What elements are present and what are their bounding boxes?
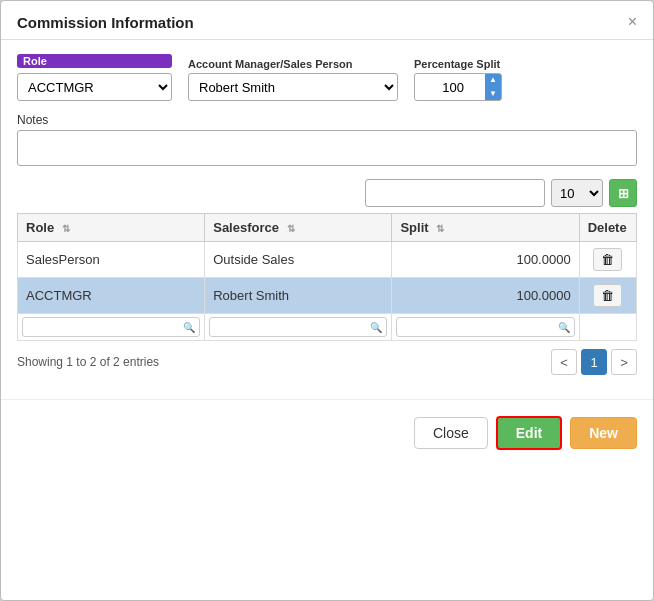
cell-split: 100.0000 xyxy=(392,242,579,278)
page-prev-button[interactable]: < xyxy=(551,349,577,375)
role-select[interactable]: ACCTMGR SalesPerson Other xyxy=(17,73,172,101)
pct-up-button[interactable]: ▲ xyxy=(485,73,501,87)
cell-delete: 🗑 xyxy=(579,242,636,278)
col-header-salesforce[interactable]: Salesforce ⇅ xyxy=(205,214,392,242)
notes-textarea[interactable] xyxy=(17,130,637,166)
col-header-role[interactable]: Role ⇅ xyxy=(18,214,205,242)
new-button[interactable]: New xyxy=(570,417,637,449)
acct-select[interactable]: Robert Smith Outside Sales Other xyxy=(188,73,398,101)
showing-text: Showing 1 to 2 of 2 entries xyxy=(17,355,159,369)
sort-icon-salesforce: ⇅ xyxy=(287,223,295,234)
filter-icon-split: 🔍 xyxy=(558,322,570,333)
table-row[interactable]: SalesPersonOutside Sales100.0000🗑 xyxy=(18,242,637,278)
pct-input-wrap: ▲ ▼ xyxy=(414,73,502,101)
cell-role: ACCTMGR xyxy=(18,278,205,314)
cell-salesforce: Robert Smith xyxy=(205,278,392,314)
sort-icon-split: ⇅ xyxy=(436,223,444,234)
acct-label: Account Manager/Sales Person xyxy=(188,58,398,70)
filter-icon-role: 🔍 xyxy=(183,322,195,333)
cell-delete: 🗑 xyxy=(579,278,636,314)
role-badge: Role xyxy=(17,54,172,68)
table-controls: 10 25 50 100 ⊞ xyxy=(17,179,637,207)
cell-role: SalesPerson xyxy=(18,242,205,278)
filter-icon-salesforce: 🔍 xyxy=(370,322,382,333)
filter-cell-salesforce: 🔍 xyxy=(205,314,392,341)
cell-split: 100.0000 xyxy=(392,278,579,314)
pagination: < 1 > xyxy=(551,349,637,375)
notes-label: Notes xyxy=(17,113,637,127)
pct-input[interactable] xyxy=(415,76,485,99)
table-filter-row: 🔍 🔍 🔍 xyxy=(18,314,637,341)
table-header-row: Role ⇅ Salesforce ⇅ Split ⇅ Delete xyxy=(18,214,637,242)
col-header-split[interactable]: Split ⇅ xyxy=(392,214,579,242)
table-row[interactable]: ACCTMGRRobert Smith100.0000🗑 xyxy=(18,278,637,314)
page-next-button[interactable]: > xyxy=(611,349,637,375)
pct-field-group: Percentage Split ▲ ▼ xyxy=(414,58,502,101)
filter-cell-split: 🔍 xyxy=(392,314,579,341)
modal-close-button[interactable]: × xyxy=(628,13,637,31)
sort-icon-role: ⇅ xyxy=(62,223,70,234)
close-button[interactable]: Close xyxy=(414,417,488,449)
delete-row-button[interactable]: 🗑 xyxy=(593,284,622,307)
modal-title: Commission Information xyxy=(17,14,194,31)
modal-header: Commission Information × xyxy=(1,1,653,40)
excel-export-button[interactable]: ⊞ xyxy=(609,179,637,207)
form-row: Role ACCTMGR SalesPerson Other Account M… xyxy=(17,54,637,101)
edit-button[interactable]: Edit xyxy=(496,416,562,450)
pct-down-button[interactable]: ▼ xyxy=(485,87,501,101)
pct-spinners: ▲ ▼ xyxy=(485,73,501,101)
commission-modal: Commission Information × Role ACCTMGR Sa… xyxy=(0,0,654,601)
delete-row-button[interactable]: 🗑 xyxy=(593,248,622,271)
col-header-delete: Delete xyxy=(579,214,636,242)
table-footer: Showing 1 to 2 of 2 entries < 1 > xyxy=(17,349,637,375)
excel-icon: ⊞ xyxy=(618,186,629,201)
table-search-input[interactable] xyxy=(365,179,545,207)
role-field-group: Role ACCTMGR SalesPerson Other xyxy=(17,54,172,101)
notes-section: Notes xyxy=(17,113,637,169)
acct-field-group: Account Manager/Sales Person Robert Smit… xyxy=(188,58,398,101)
data-table: Role ⇅ Salesforce ⇅ Split ⇅ Delete xyxy=(17,213,637,341)
modal-body: Role ACCTMGR SalesPerson Other Account M… xyxy=(1,40,653,389)
page-1-button[interactable]: 1 xyxy=(581,349,607,375)
filter-input-split[interactable] xyxy=(401,320,555,334)
rows-per-page-select[interactable]: 10 25 50 100 xyxy=(551,179,603,207)
filter-cell-role: 🔍 xyxy=(18,314,205,341)
cell-salesforce: Outside Sales xyxy=(205,242,392,278)
modal-footer: Close Edit New xyxy=(1,399,653,464)
pct-label: Percentage Split xyxy=(414,58,502,70)
filter-cell-delete xyxy=(579,314,636,341)
filter-input-role[interactable] xyxy=(27,320,181,334)
filter-input-salesforce[interactable] xyxy=(214,320,368,334)
